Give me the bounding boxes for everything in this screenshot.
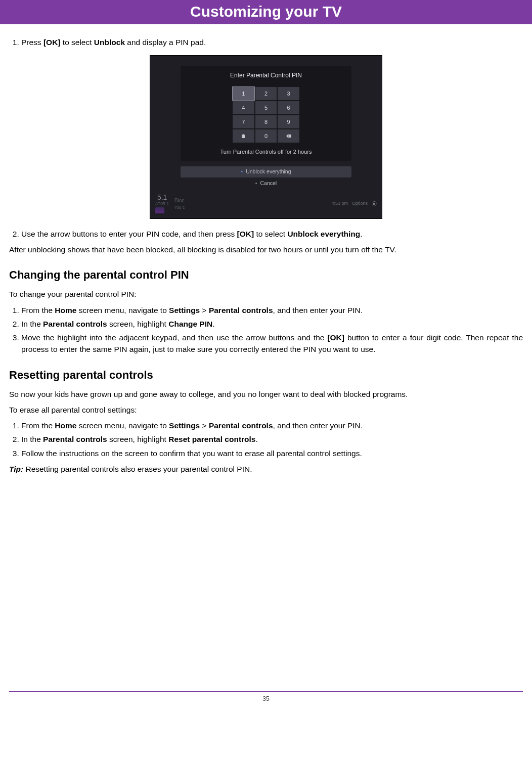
channel-callsign: AT05-1 [155,202,169,206]
bold: Settings [169,306,200,315]
heading-reset-controls: Resetting parental controls [9,367,523,383]
options-label: Options [352,200,368,207]
bold: Parental controls [43,435,107,443]
text: In the [21,435,43,443]
step-2: Use the arrow buttons to enter your PIN … [21,228,523,240]
reset-step-3: Follow the instructions on the screen to… [21,447,523,459]
text: . [256,435,258,443]
footer-rule [9,691,523,692]
channel-number: 5.1 [155,194,169,201]
bold: Parental controls [43,320,107,328]
text: screen menu, navigate to [76,306,169,315]
bold: [OK] [327,333,344,342]
key-backspace-icon [278,129,299,143]
page-content: Press [OK] to select Unblock and display… [0,36,532,691]
bg-block-sub: You c [174,204,185,211]
text: , and then enter your PIN. [273,421,363,430]
tip-text: Resetting parental controls also erases … [23,465,252,473]
text: > [200,421,209,430]
dialog-title: Enter Parental Control PIN [181,71,351,80]
text: screen, highlight [107,435,169,443]
key-unblock-everything: Unblock everything [287,230,360,238]
key-3: 3 [278,87,299,100]
step-list-top: Press [OK] to select Unblock and display… [9,36,523,48]
time-label: 4:53 pm [331,200,348,207]
key-ok: [OK] [43,38,61,47]
key-0: 0 [255,129,277,143]
key-8: 8 [255,115,277,128]
text: In the [21,320,43,328]
figure-pin-pad: Enter Parental Control PIN 1 2 3 4 5 6 7… [9,55,523,219]
pin-dialog: Enter Parental Control PIN 1 2 3 4 5 6 7… [181,66,351,161]
change-pin-step-3: Move the highlight into the adjacent key… [21,332,523,355]
bg-text: Bloc You c [174,197,185,211]
pin-keypad: 1 2 3 4 5 6 7 8 9 0 [233,87,299,143]
step-list-top-cont: Use the arrow buttons to enter your PIN … [9,228,523,240]
bold: Parental controls [209,421,273,430]
reset-step-2: In the Parental controls screen, highlig… [21,433,523,445]
text: . [360,230,362,238]
text: and display a PIN pad. [125,38,206,47]
key-9: 9 [278,115,299,128]
background-bar: 5.1 AT05-1 Bloc You c 4:53 pm Options [150,193,382,218]
bold: Change PIN [168,320,212,328]
text: From the [21,421,55,430]
change-pin-steps: From the Home screen menu, navigate to S… [9,304,523,355]
tip-label: Tip: [9,465,23,473]
text: > [200,306,209,315]
bold: Reset parental controls [168,435,255,443]
text: to select [61,38,94,47]
key-6: 6 [278,101,299,114]
key-clear-icon [233,129,254,143]
gear-icon [372,201,377,206]
key-2: 2 [255,87,277,100]
channel-info: 5.1 AT05-1 [155,194,169,213]
text: , and then enter your PIN. [273,306,363,315]
tip-line: Tip: Resetting parental controls also er… [9,463,523,475]
text: Move the highlight into the adjacent key… [21,333,327,342]
bold: Settings [169,421,200,430]
key-unblock: Unblock [94,38,125,47]
reset-p2: To erase all parental control settings: [9,404,523,416]
key-5: 5 [255,101,277,114]
key-4: 4 [233,101,254,114]
key-ok: [OK] [237,230,254,238]
bold: Parental controls [209,306,273,315]
change-pin-step-1: From the Home screen menu, navigate to S… [21,304,523,316]
reset-p1: So now your kids have grown up and gone … [9,388,523,400]
tv-screenshot: Enter Parental Control PIN 1 2 3 4 5 6 7… [150,55,382,219]
step-1: Press [OK] to select Unblock and display… [21,36,523,48]
text: . [212,320,214,328]
after-unblock-text: After unblocking shows that have been bl… [9,244,523,255]
reset-steps: From the Home screen menu, navigate to S… [9,420,523,459]
dialog-subtitle: Turn Parental Controls off for 2 hours [181,148,351,156]
option-cancel: Cancel [181,178,351,189]
key-7: 7 [233,115,254,128]
page-header: Customizing your TV [0,0,532,24]
text: From the [21,306,55,315]
key-1: 1 [233,87,254,100]
text: screen menu, navigate to [76,421,169,430]
blank-space [9,479,523,691]
thumbnail-icon [155,207,164,213]
reset-step-1: From the Home screen menu, navigate to S… [21,420,523,431]
page-number: 35 [0,695,532,709]
text: screen, highlight [107,320,169,328]
change-pin-step-2: In the Parental controls screen, highlig… [21,318,523,330]
bold: Home [55,421,76,430]
bold: Home [55,306,76,315]
text: to select [254,230,287,238]
dialog-options: Unblock everything Cancel [181,166,351,189]
option-unblock-everything: Unblock everything [181,166,351,177]
bg-block-word: Bloc [174,197,185,204]
change-pin-intro: To change your parental control PIN: [9,288,523,300]
text: Press [21,38,43,47]
text: Use the arrow buttons to enter your PIN … [21,230,237,238]
heading-change-pin: Changing the parental control PIN [9,266,523,283]
